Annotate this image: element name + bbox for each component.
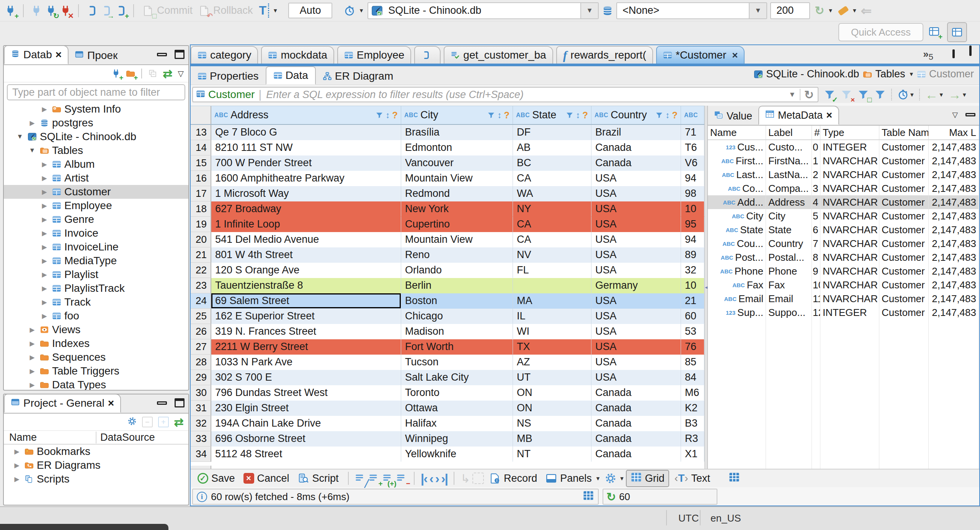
tab-metadata[interactable]: MetaData ×	[758, 106, 839, 125]
grid-cell[interactable]: T6	[681, 140, 704, 155]
grid-cell[interactable]: R3	[681, 431, 704, 447]
tree-item-invoiceline[interactable]: ▶InvoiceLine	[4, 240, 188, 254]
tab-er-diagram[interactable]: ER Diagram	[316, 68, 400, 85]
grid-cell[interactable]: K2	[681, 401, 704, 416]
grid-cell[interactable]: Edmonton	[401, 140, 513, 155]
meta-row-custo-[interactable]: 123Cus...Custo...0INTEGERCustomer2,147,4…	[708, 140, 979, 154]
grid-cell[interactable]: Ottawa	[401, 401, 513, 416]
first-row-icon[interactable]: |‹	[421, 472, 427, 485]
grid-cell[interactable]: Redmond	[401, 186, 513, 201]
column-header-City[interactable]: ABCCity↕?	[401, 106, 513, 124]
expand-arrow-icon[interactable]: ▶	[28, 119, 37, 127]
minimize-icon[interactable]	[157, 401, 167, 405]
database-selector[interactable]: SQLite - Chinook.db ▼	[368, 2, 599, 19]
open-sql-editor-icon[interactable]: →	[100, 5, 112, 16]
close-icon[interactable]: ×	[108, 397, 114, 409]
grid-cell[interactable]: ON	[513, 385, 591, 401]
expand-arrow-icon[interactable]: ▶	[40, 285, 49, 293]
editor-tab-category[interactable]: category	[191, 46, 258, 64]
grid-cell[interactable]: USA	[591, 370, 681, 385]
refresh-icon[interactable]: ↻	[606, 490, 616, 504]
expand-arrow-icon[interactable]: ▶	[40, 271, 49, 279]
editor-tab--customer[interactable]: *Customer×	[656, 46, 745, 64]
project-item-er-diagrams[interactable]: ▶ER Diagrams	[4, 458, 188, 472]
filter-funnel-icon[interactable]	[566, 111, 573, 119]
row-number[interactable]: 15	[191, 155, 211, 171]
row-number[interactable]: 21	[191, 247, 211, 263]
disconnect-icon[interactable]: ✕	[60, 5, 71, 16]
grid-cell[interactable]: Tauentzienstraße 8	[211, 278, 401, 293]
project-item-bookmarks[interactable]: ▶Bookmarks	[4, 445, 188, 458]
txn-mode-combo[interactable]: Auto	[282, 3, 339, 18]
grid-view-button[interactable]: Grid	[626, 470, 669, 487]
meta-row-address[interactable]: ABCAdd...Address4NVARCHARCustomer2,147,4…	[708, 195, 979, 209]
expand-arrow-icon[interactable]: ▶	[40, 298, 49, 306]
tree-item-customer[interactable]: ▶Customer	[4, 185, 188, 199]
expand-arrow-icon[interactable]: ▶	[40, 312, 49, 320]
grid-cell[interactable]: NY	[513, 201, 591, 217]
grid-cell[interactable]: CA	[513, 232, 591, 247]
grid-cell[interactable]: NV	[513, 247, 591, 263]
grid-cell[interactable]: 21	[681, 293, 704, 309]
meta-row-phone[interactable]: ABCPhonePhone9NVARCHARCustomer2,147,483	[708, 264, 979, 278]
tree-item-artist[interactable]: ▶Artist	[4, 171, 188, 185]
grid-cell[interactable]: USA	[591, 171, 681, 186]
grid-cell[interactable]: USA	[591, 201, 681, 217]
grid-cell[interactable]: 89	[681, 247, 704, 263]
grid-cell[interactable]: 69 Salem Street	[211, 293, 401, 309]
column-name[interactable]: Name	[4, 432, 96, 443]
grid-cell[interactable]: 700 W Pender Street	[211, 155, 401, 171]
record-button[interactable]: Record	[486, 473, 540, 484]
tab-data[interactable]: Data	[266, 66, 316, 85]
new-connection-icon[interactable]: +	[5, 5, 16, 16]
tab-value[interactable]: Value	[708, 107, 758, 125]
mock-data-tool-icon[interactable]: ▾	[837, 6, 858, 15]
connect-icon[interactable]	[31, 5, 42, 16]
grid-cell[interactable]: X1	[681, 447, 704, 462]
row-number[interactable]: 25	[191, 309, 211, 324]
meta-row-postal-[interactable]: ABCPost...Postal...8NVARCHARCustomer2,14…	[708, 250, 979, 264]
expand-arrow-icon[interactable]: ▶	[40, 257, 49, 265]
grid-cell[interactable]: V6	[681, 155, 704, 171]
column-header-Country[interactable]: ABCCountry↕?	[591, 106, 681, 124]
panels-button[interactable]: Panels ▾	[542, 473, 603, 484]
new-folder-icon[interactable]: +	[126, 69, 135, 78]
expand-arrow-icon[interactable]: ▶	[12, 475, 21, 483]
editor-tab-get-customer-ba[interactable]: get_customer_ba	[444, 46, 553, 64]
sort-icon[interactable]: ↕	[385, 110, 390, 120]
grid-cell[interactable]: Canada	[591, 431, 681, 447]
grid-cell[interactable]: DF	[513, 125, 591, 140]
row-number[interactable]: 24	[191, 293, 211, 309]
breadcrumb-sqlite-chinook-db[interactable]: SQLite - Chinook.db	[754, 68, 859, 80]
grid-cell[interactable]: Canada	[591, 401, 681, 416]
quick-access-box[interactable]: Quick Access	[838, 23, 923, 41]
auto-sync-button[interactable]: ↻▾	[813, 3, 834, 18]
meta-column--[interactable]: #	[812, 126, 820, 139]
minimize-icon[interactable]	[952, 51, 955, 57]
grid-cell[interactable]: 85	[681, 355, 704, 370]
column-header-State[interactable]: ABCState↕?	[513, 106, 591, 124]
grid-cell[interactable]: Cupertino	[401, 217, 513, 232]
grid-cell[interactable]: Chicago	[401, 309, 513, 324]
add-row-icon[interactable]: +	[369, 473, 380, 484]
grid-cell[interactable]: 120 S Orange Ave	[211, 263, 401, 278]
expand-arrow-icon[interactable]: ▶	[28, 340, 37, 348]
row-number[interactable]: 22	[191, 263, 211, 278]
sort-icon[interactable]: ↕	[665, 110, 670, 120]
sort-icon[interactable]: ↕	[497, 110, 501, 120]
tab-projects[interactable]: Проек	[69, 47, 124, 64]
commit-button[interactable]: □ Commit	[141, 4, 194, 17]
dbeaver-perspective-icon[interactable]	[947, 22, 967, 42]
tree-item-table-triggers[interactable]: ▶Table Triggers	[4, 364, 188, 378]
grid-cell[interactable]: 53	[681, 324, 704, 339]
expand-arrow-icon[interactable]: ▶	[40, 160, 49, 168]
row-number[interactable]: 23	[191, 278, 211, 293]
grid-cell[interactable]: Qe 7 Bloco G	[211, 125, 401, 140]
grid-cell[interactable]: Yellowknife	[401, 447, 513, 462]
meta-column-max-l[interactable]: Max L	[929, 126, 979, 139]
row-number[interactable]: 28	[191, 355, 211, 370]
maximize-icon[interactable]	[969, 48, 972, 55]
grid-cell[interactable]: 796 Dundas Street West	[211, 385, 401, 401]
grid-cell[interactable]: AZ	[513, 355, 591, 370]
tree-item-views[interactable]: ▶Views	[4, 323, 188, 337]
